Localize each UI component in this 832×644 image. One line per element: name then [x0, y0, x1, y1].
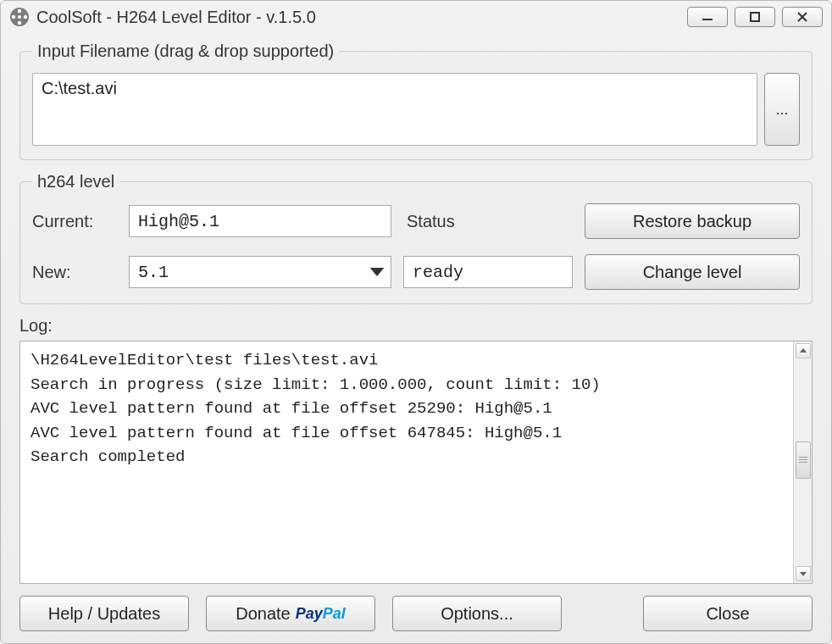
current-label: Current: [32, 212, 117, 231]
client-area: Input Filename (drag & drop supported) .… [1, 33, 831, 643]
new-level-select[interactable]: 5.1 [129, 256, 391, 288]
log-section: Log: \H264LevelEditor\test files\test.av… [19, 316, 813, 584]
current-level-field[interactable]: High@5.1 [129, 205, 391, 237]
svg-rect-7 [751, 13, 759, 21]
minimize-button[interactable] [687, 7, 728, 27]
close-window-button[interactable] [782, 7, 823, 27]
chevron-down-icon [369, 264, 385, 280]
window-title: CoolSoft - H264 Level Editor - v.1.5.0 [36, 8, 687, 27]
titlebar[interactable]: CoolSoft - H264 Level Editor - v.1.5.0 [1, 1, 831, 33]
scrollbar[interactable] [793, 341, 812, 583]
status-value: ready [413, 263, 463, 282]
close-button[interactable]: Close [643, 596, 813, 631]
app-icon [9, 7, 30, 27]
bottom-button-row: Help / Updates Donate PayPal Options... … [19, 596, 813, 631]
new-level-value: 5.1 [138, 263, 169, 282]
h264-level-group: h264 level Current: High@5.1 Status Rest… [19, 172, 813, 304]
donate-button[interactable]: Donate PayPal [206, 596, 375, 631]
browse-button[interactable]: ... [764, 73, 800, 146]
window-controls [687, 7, 823, 27]
scroll-up-icon[interactable] [796, 343, 811, 358]
maximize-button[interactable] [735, 7, 775, 27]
current-level-value: High@5.1 [138, 212, 219, 231]
spacer [579, 596, 626, 631]
svg-point-1 [18, 9, 21, 13]
scroll-thumb[interactable] [796, 441, 811, 479]
input-filename-group: Input Filename (drag & drop supported) .… [19, 42, 813, 160]
status-label: Status [403, 212, 573, 231]
log-box: \H264LevelEditor\test files\test.avi Sea… [19, 341, 813, 584]
log-label: Log: [19, 316, 813, 336]
svg-point-3 [18, 21, 21, 25]
options-button[interactable]: Options... [392, 596, 562, 631]
restore-backup-button[interactable]: Restore backup [585, 203, 800, 239]
svg-rect-6 [702, 19, 713, 20]
scroll-track[interactable] [796, 358, 811, 566]
app-window: CoolSoft - H264 Level Editor - v.1.5.0 I… [0, 0, 832, 644]
status-field: ready [403, 256, 573, 288]
new-label: New: [32, 263, 117, 282]
filename-input[interactable] [32, 73, 757, 146]
change-level-button[interactable]: Change level [585, 254, 800, 290]
paypal-logo-icon: PayPal [296, 605, 346, 623]
help-updates-button[interactable]: Help / Updates [19, 596, 189, 631]
donate-label: Donate [236, 604, 291, 624]
input-filename-legend: Input Filename (drag & drop supported) [32, 42, 339, 61]
h264-level-legend: h264 level [32, 172, 119, 192]
svg-point-2 [24, 15, 27, 19]
svg-point-4 [12, 15, 15, 19]
scroll-down-icon[interactable] [796, 566, 811, 581]
svg-point-5 [18, 15, 21, 19]
log-content[interactable]: \H264LevelEditor\test files\test.avi Sea… [20, 341, 793, 583]
